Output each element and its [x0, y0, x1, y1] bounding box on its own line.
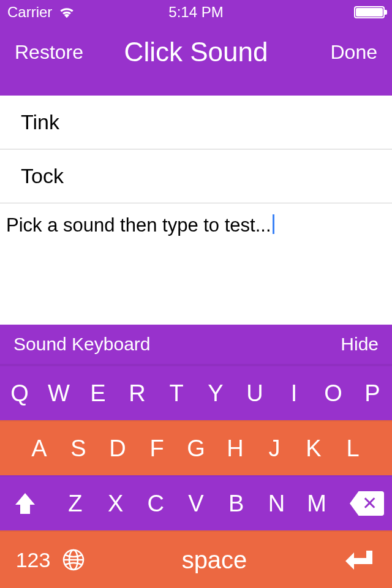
test-input[interactable]: Pick a sound then type to test... — [0, 203, 392, 247]
key-x[interactable]: X — [96, 491, 136, 517]
key-b[interactable]: B — [216, 491, 257, 517]
key-k[interactable]: K — [294, 435, 333, 462]
text-caret — [273, 214, 274, 234]
key-p[interactable]: P — [353, 380, 392, 407]
key-y[interactable]: Y — [196, 380, 235, 407]
carrier-label: Carrier — [7, 4, 52, 21]
key-z[interactable]: Z — [55, 491, 96, 517]
sound-row-tink[interactable]: Tink — [0, 96, 392, 149]
keyboard-row-2: A S D F G H J K L — [0, 420, 392, 475]
navbar-spacer — [0, 80, 392, 96]
status-bar: Carrier 5:14 PM — [0, 0, 392, 24]
key-g[interactable]: G — [176, 435, 216, 462]
done-button[interactable]: Done — [331, 41, 378, 64]
test-placeholder: Pick a sound then type to test... — [6, 214, 271, 236]
key-s[interactable]: S — [59, 435, 98, 462]
space-key[interactable]: space — [92, 546, 337, 574]
key-n[interactable]: N — [257, 491, 297, 517]
return-icon — [344, 549, 372, 571]
key-l[interactable]: L — [333, 435, 372, 462]
restore-button[interactable]: Restore — [15, 41, 83, 64]
key-e[interactable]: E — [78, 380, 118, 407]
key-q[interactable]: Q — [0, 380, 39, 407]
key-a[interactable]: A — [20, 435, 59, 462]
keyboard: Sound Keyboard Hide Q W E R T Y U I O P … — [0, 325, 392, 588]
sound-row-tock[interactable]: Tock — [0, 149, 392, 203]
key-d[interactable]: D — [98, 435, 137, 462]
key-r[interactable]: R — [118, 380, 157, 407]
battery-icon — [354, 6, 385, 18]
globe-icon — [62, 548, 85, 571]
keyboard-row-4: 123 space — [0, 530, 392, 588]
sound-label: Tock — [21, 164, 64, 188]
navbar: Restore Click Sound Done — [0, 24, 392, 80]
keyboard-name-label: Sound Keyboard — [13, 334, 151, 355]
key-m[interactable]: M — [296, 491, 337, 517]
status-time: 5:14 PM — [168, 4, 223, 21]
key-t[interactable]: T — [157, 380, 196, 407]
sound-label: Tink — [21, 110, 59, 134]
key-v[interactable]: V — [176, 491, 216, 517]
wifi-icon — [58, 6, 75, 18]
key-c[interactable]: C — [135, 491, 176, 517]
numbers-key[interactable]: 123 — [0, 548, 55, 572]
key-h[interactable]: H — [216, 435, 255, 462]
key-u[interactable]: U — [235, 380, 274, 407]
key-f[interactable]: F — [137, 435, 176, 462]
keyboard-row-3: Z X C V B N M ✕ — [0, 475, 392, 530]
key-o[interactable]: O — [314, 380, 353, 407]
keyboard-accessory: Sound Keyboard Hide — [0, 325, 392, 365]
backspace-key[interactable]: ✕ — [342, 491, 392, 516]
sound-list: Tink Tock — [0, 96, 392, 203]
key-i[interactable]: I — [274, 380, 314, 407]
key-w[interactable]: W — [39, 380, 78, 407]
shift-key[interactable] — [0, 491, 50, 516]
hide-keyboard-button[interactable]: Hide — [341, 334, 379, 355]
shift-icon — [13, 491, 37, 516]
return-key[interactable] — [337, 549, 392, 571]
globe-key[interactable] — [55, 548, 92, 571]
keyboard-row-1: Q W E R T Y U I O P — [0, 365, 392, 420]
backspace-icon: ✕ — [350, 491, 384, 516]
page-title: Click Sound — [124, 37, 268, 67]
key-j[interactable]: J — [255, 435, 294, 462]
